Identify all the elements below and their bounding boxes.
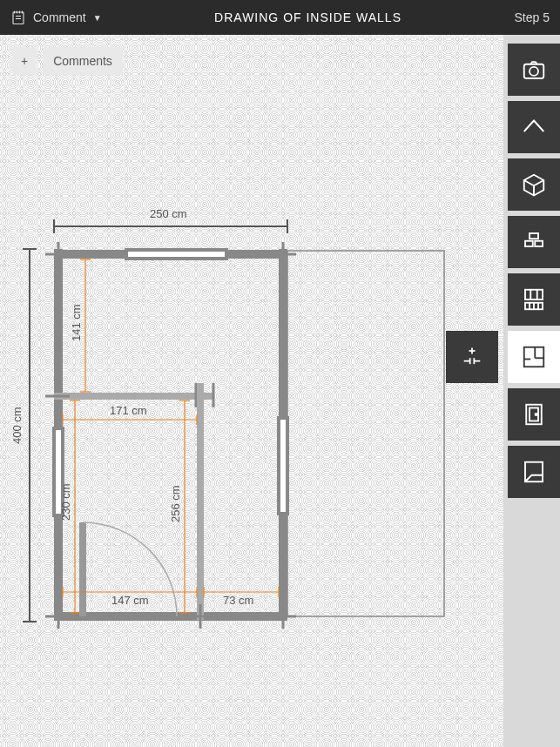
floorplan-tool[interactable] <box>508 331 560 383</box>
stack-tool[interactable] <box>508 216 560 268</box>
door-icon <box>521 401 547 427</box>
grid-icon <box>521 286 547 313</box>
step-label: Step 5 <box>515 10 550 24</box>
top-bar: Comment ▼ DRAWING OF INSIDE WALLS Step 5 <box>0 0 560 35</box>
floor-plan: 250 cm 400 cm <box>0 35 503 747</box>
svg-point-84 <box>536 414 537 415</box>
grid-tool[interactable] <box>508 273 560 326</box>
comment-label: Comment <box>33 10 86 24</box>
snap-icon <box>460 345 484 369</box>
dim-inner-h: 256 cm <box>169 400 190 613</box>
floorplan-icon <box>521 344 547 370</box>
svg-rect-70 <box>535 241 543 246</box>
svg-text:141 cm: 141 cm <box>70 304 83 341</box>
svg-rect-15 <box>287 251 444 616</box>
dim-right-gap: 73 cm <box>204 587 279 607</box>
svg-point-65 <box>530 67 538 76</box>
svg-rect-31 <box>279 418 287 514</box>
snap-tool[interactable] <box>446 331 498 383</box>
page-icon <box>521 459 547 485</box>
camera-tool[interactable] <box>508 44 560 96</box>
svg-text:230 cm: 230 cm <box>59 483 72 521</box>
dim-outer-width: 250 cm <box>54 207 287 233</box>
page-title: DRAWING OF INSIDE WALLS <box>102 10 515 24</box>
page-tool[interactable] <box>508 446 560 498</box>
svg-text:171 cm: 171 cm <box>110 404 147 417</box>
cube-icon <box>521 172 547 198</box>
svg-rect-69 <box>525 241 533 246</box>
door-tool[interactable] <box>508 388 560 441</box>
stack-icon <box>521 229 547 255</box>
dim-upper-room-h: 141 cm <box>70 259 91 392</box>
svg-text:256 cm: 256 cm <box>169 485 182 522</box>
caret-down-icon: ▼ <box>93 13 102 23</box>
roof-icon <box>521 114 547 140</box>
svg-text:73 cm: 73 cm <box>223 594 253 607</box>
comment-dropdown[interactable]: Comment ▼ <box>10 10 102 25</box>
side-toolbar <box>503 35 560 747</box>
roof-tool[interactable] <box>508 101 560 153</box>
svg-rect-0 <box>13 12 24 24</box>
svg-text:400 cm: 400 cm <box>10 407 24 444</box>
dim-inner-w: 171 cm <box>63 404 197 425</box>
svg-rect-71 <box>525 290 543 299</box>
svg-rect-68 <box>530 233 538 239</box>
svg-rect-78 <box>524 347 544 367</box>
notepad-icon <box>10 10 26 25</box>
svg-rect-29 <box>126 250 226 259</box>
cube-tool[interactable] <box>508 158 560 211</box>
camera-icon <box>521 57 547 83</box>
dim-outer-height: 400 cm <box>10 249 37 622</box>
svg-text:147 cm: 147 cm <box>111 594 149 607</box>
drawing-canvas[interactable]: + Comments 250 cm 400 cm <box>0 35 503 747</box>
svg-text:250 cm: 250 cm <box>150 207 187 220</box>
